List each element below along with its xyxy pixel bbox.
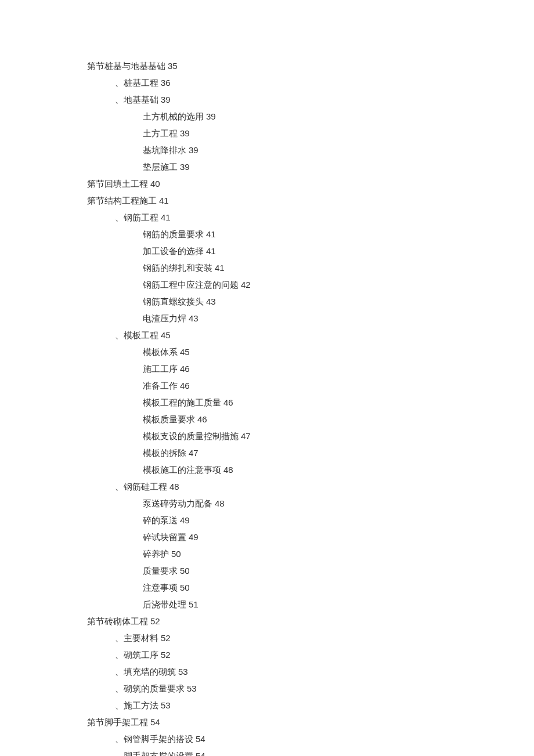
toc-entry-title: 、施工方法 xyxy=(115,697,158,713)
toc-entry: 土方工程39 xyxy=(87,125,447,141)
toc-entry-page: 53 xyxy=(187,681,197,696)
toc-entry-page: 52 xyxy=(150,613,160,629)
toc-entry-title: 泵送碎劳动力配备 xyxy=(143,495,212,511)
toc-entry-title: 、填充墙的砌筑 xyxy=(115,664,176,679)
toc-entry-page: 41 xyxy=(161,209,171,225)
toc-entry-page: 46 xyxy=(197,411,207,427)
toc-entry-title: 第节回填土工程 xyxy=(87,176,148,191)
toc-entry: 注意事项50 xyxy=(87,580,447,595)
toc-entry: 钢筋的质量要求41 xyxy=(87,226,447,242)
toc-entry: 碎的泵送49 xyxy=(87,512,447,528)
toc-entry: 、钢筋工程41 xyxy=(87,209,447,225)
toc-entry-title: 、主要材料 xyxy=(115,630,158,646)
toc-entry: 模板施工的注意事项48 xyxy=(87,462,447,478)
toc-entry-title: 、桩基工程 xyxy=(115,75,158,91)
toc-entry-page: 49 xyxy=(180,512,190,528)
toc-entry-page: 50 xyxy=(180,563,190,578)
toc-entry: 钢筋的绑扎和安装41 xyxy=(87,260,447,276)
toc-entry: 、钢管脚手架的搭设54 xyxy=(87,731,447,747)
toc-entry-page: 47 xyxy=(241,428,251,444)
toc-entry-page: 50 xyxy=(171,546,181,562)
toc-entry-title: 、脚手架支撑的设置 xyxy=(115,748,193,756)
toc-entry-page: 53 xyxy=(178,664,188,679)
toc-entry-title: 注意事项 xyxy=(143,580,178,595)
toc-entry-page: 36 xyxy=(161,75,171,91)
toc-entry: 质量要求50 xyxy=(87,563,447,578)
toc-entry-title: 碎的泵送 xyxy=(143,512,178,528)
toc-entry-page: 53 xyxy=(161,697,171,713)
toc-entry-title: 钢筋工程中应注意的问题 xyxy=(143,277,239,292)
toc-entry-title: 模板的拆除 xyxy=(143,445,186,461)
toc-entry: 模板的拆除47 xyxy=(87,445,447,461)
toc-entry-title: 垫层施工 xyxy=(143,159,178,175)
toc-entry-title: 模板支设的质量控制措施 xyxy=(143,428,239,444)
toc-entry-page: 39 xyxy=(189,142,199,158)
toc-entry-title: 、砌筑的质量要求 xyxy=(115,681,185,696)
toc-entry-page: 49 xyxy=(189,529,199,545)
toc-entry-page: 41 xyxy=(215,260,225,276)
toc-entry-page: 54 xyxy=(196,748,205,756)
toc-entry: 第节脚手架工程54 xyxy=(87,714,447,730)
toc-entry: 泵送碎劳动力配备48 xyxy=(87,495,447,511)
toc-entry: 土方机械的选用39 xyxy=(87,108,447,124)
toc-entry-page: 48 xyxy=(223,462,233,478)
toc-entry: 、地基基础39 xyxy=(87,92,447,107)
toc-entry-title: 钢筋直螺纹接头 xyxy=(143,294,204,309)
toc-entry: 、脚手架支撑的设置54 xyxy=(87,748,447,756)
toc-entry-title: 第节脚手架工程 xyxy=(87,714,148,730)
toc-entry: 、桩基工程36 xyxy=(87,75,447,91)
toc-entry: 准备工作46 xyxy=(87,378,447,393)
toc-entry: 钢筋工程中应注意的问题42 xyxy=(87,277,447,292)
toc-entry-page: 40 xyxy=(150,176,160,191)
toc-entry-page: 46 xyxy=(180,378,190,393)
toc-entry-page: 45 xyxy=(180,344,190,360)
document-page: 第节桩基与地基基础35、桩基工程36、地基基础39土方机械的选用39土方工程39… xyxy=(0,0,534,756)
toc-entry-page: 41 xyxy=(206,243,216,259)
toc-entry: 碎养护50 xyxy=(87,546,447,562)
toc-entry: 模板工程的施工质量46 xyxy=(87,395,447,410)
toc-entry: 第节结构工程施工41 xyxy=(87,193,447,208)
toc-entry-title: 碎试块留置 xyxy=(143,529,186,545)
toc-entry-title: 电渣压力焊 xyxy=(143,310,186,326)
toc-entry: 模板质量要求46 xyxy=(87,411,447,427)
toc-entry: 钢筋直螺纹接头43 xyxy=(87,294,447,309)
toc-entry-title: 、地基基础 xyxy=(115,92,158,107)
toc-entry: 、砌筑的质量要求53 xyxy=(87,681,447,696)
toc-entry: 、砌筑工序52 xyxy=(87,647,447,663)
toc-entry: 模板体系45 xyxy=(87,344,447,360)
toc-entry-title: 第节砖砌体工程 xyxy=(87,613,148,629)
toc-entry-page: 39 xyxy=(180,159,190,175)
toc-entry: 、钢筋硅工程48 xyxy=(87,479,447,494)
toc-entry-title: 第节结构工程施工 xyxy=(87,193,157,208)
toc-entry: 第节回填土工程40 xyxy=(87,176,447,191)
toc-entry: 、施工方法53 xyxy=(87,697,447,713)
toc-entry-page: 41 xyxy=(159,193,169,208)
toc-entry: 垫层施工39 xyxy=(87,159,447,175)
toc-entry-title: 、砌筑工序 xyxy=(115,647,158,663)
toc-entry-title: 碎养护 xyxy=(143,546,169,562)
toc-entry-page: 50 xyxy=(180,580,190,595)
toc-entry: 碎试块留置49 xyxy=(87,529,447,545)
toc-entry-title: 后浇带处理 xyxy=(143,596,186,612)
table-of-contents: 第节桩基与地基基础35、桩基工程36、地基基础39土方机械的选用39土方工程39… xyxy=(87,58,447,756)
toc-entry: 模板支设的质量控制措施47 xyxy=(87,428,447,444)
toc-entry-page: 41 xyxy=(206,226,216,242)
toc-entry-title: 模板施工的注意事项 xyxy=(143,462,221,478)
toc-entry: 、模板工程45 xyxy=(87,327,447,343)
toc-entry-title: 、模板工程 xyxy=(115,327,158,343)
toc-entry-page: 43 xyxy=(189,310,199,326)
toc-entry-title: 基坑降排水 xyxy=(143,142,186,158)
toc-entry-page: 46 xyxy=(223,395,233,410)
toc-entry-title: 第节桩基与地基基础 xyxy=(87,58,165,74)
toc-entry-page: 45 xyxy=(161,327,171,343)
toc-entry: 、填充墙的砌筑53 xyxy=(87,664,447,679)
toc-entry-title: 模板质量要求 xyxy=(143,411,195,427)
toc-entry-title: 、钢筋工程 xyxy=(115,209,158,225)
toc-entry-page: 35 xyxy=(168,58,178,74)
toc-entry-page: 52 xyxy=(161,630,171,646)
toc-entry-page: 39 xyxy=(180,125,190,141)
toc-entry: 电渣压力焊43 xyxy=(87,310,447,326)
toc-entry: 第节砖砌体工程52 xyxy=(87,613,447,629)
toc-entry-title: 准备工作 xyxy=(143,378,178,393)
toc-entry: 基坑降排水39 xyxy=(87,142,447,158)
